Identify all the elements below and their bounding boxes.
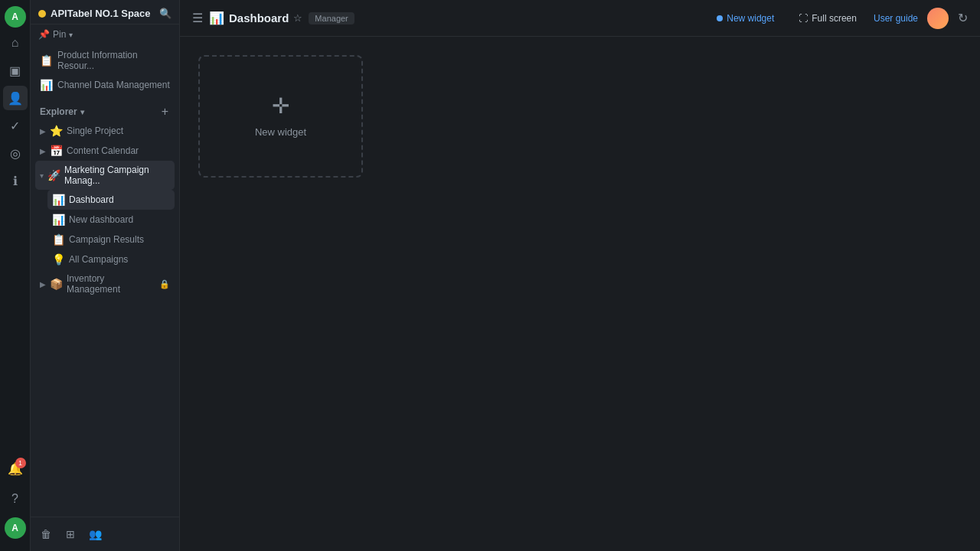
home-icon[interactable]: ⌂ [3, 31, 28, 55]
sidebar-bottom: 🗑 ⊞ 👥 [31, 517, 179, 551]
pinned-item-channel-data-icon: 📊 [40, 79, 53, 91]
explorer-chevron: ▾ [80, 108, 84, 116]
new-dashboard-icon: 📊 [52, 214, 65, 226]
trash-icon[interactable]: 🗑 [35, 523, 57, 545]
pinned-item-product-info[interactable]: 📋 Product Information Resour... [35, 46, 175, 75]
page-icon: 📊 [209, 11, 224, 25]
pin-chevron: ▾ [69, 31, 73, 39]
marketing-children: 📊 Dashboard 📊 New dashboard 📋 Campaign R… [35, 190, 175, 269]
topbar: ☰ 📊 Dashboard ☆ Manager New widget ⛶ Ful… [180, 0, 980, 37]
single-project-icon: ⭐ [50, 125, 63, 137]
bottom-icons: 🗑 ⊞ 👥 [35, 523, 106, 545]
icon-rail: A ⌂ ▣ 👤 ✓ ◎ ℹ 🔔 1 ? A [0, 0, 31, 551]
space-name-label: APITabel NO.1 Space [51, 8, 151, 19]
explorer-label: Explorer [40, 106, 77, 117]
check-icon[interactable]: ✓ [3, 113, 28, 138]
dashboard-icon: 📊 [52, 194, 65, 206]
pin-icon: 📌 [38, 29, 50, 40]
space-avatar[interactable]: A [5, 6, 26, 28]
table-icon[interactable]: ⊞ [60, 523, 81, 545]
sidebar-header: APITabel NO.1 Space 🔍 [31, 0, 179, 24]
target-icon[interactable]: ◎ [3, 141, 28, 165]
notification-icon[interactable]: 🔔 1 [3, 456, 28, 481]
collapse-sidebar-button[interactable]: ☰ [192, 11, 203, 25]
notification-badge: 1 [15, 458, 26, 468]
user-guide-link[interactable]: User guide [874, 13, 918, 24]
all-campaigns-icon: 💡 [52, 253, 65, 266]
sidebar-item-content-calendar[interactable]: ▶ 📅 Content Calendar [35, 141, 175, 161]
marketing-campaign-label: Marketing Campaign Manag... [64, 165, 170, 186]
chevron-icon: ▶ [40, 147, 46, 155]
pinned-item-product-info-icon: 📋 [40, 54, 53, 67]
space-dot [38, 10, 46, 18]
sidebar-item-single-project[interactable]: ▶ ⭐ Single Project [35, 121, 175, 141]
new-widget-dot [717, 15, 723, 21]
space-name[interactable]: APITabel NO.1 Space [38, 8, 151, 19]
inventory-label: Inventory Management [67, 273, 155, 295]
sidebar-item-inventory-management[interactable]: ▶ 📦 Inventory Management 🔒 [35, 269, 175, 298]
topbar-left: ☰ 📊 Dashboard ☆ Manager [192, 11, 354, 25]
chevron-icon: ▾ [40, 171, 44, 180]
pinned-item-channel-data-label: Channel Data Management [57, 80, 170, 90]
users-icon[interactable]: 👤 [3, 86, 28, 110]
sidebar-item-all-campaigns[interactable]: 💡 All Campaigns [47, 249, 175, 269]
page-title-area: 📊 Dashboard ☆ [209, 11, 302, 25]
plus-icon: ✛ [272, 96, 289, 117]
monitor-icon[interactable]: ▣ [3, 58, 28, 83]
sidebar-item-marketing-campaign[interactable]: ▾ 🚀 Marketing Campaign Manag... [35, 161, 175, 190]
main-content: ☰ 📊 Dashboard ☆ Manager New widget ⛶ Ful… [180, 0, 980, 551]
explorer-header-left[interactable]: Explorer ▾ [40, 106, 84, 117]
content-calendar-icon: 📅 [50, 145, 63, 157]
pinned-item-channel-data[interactable]: 📊 Channel Data Management [35, 75, 175, 95]
person-icon[interactable]: 👥 [84, 523, 106, 545]
pinned-items: 📋 Product Information Resour... 📊 Channe… [31, 44, 179, 96]
chevron-icon: ▶ [40, 280, 46, 289]
new-dashboard-label: New dashboard [69, 214, 133, 225]
new-widget-btn-label: New widget [727, 13, 774, 24]
role-badge[interactable]: Manager [309, 12, 354, 24]
single-project-label: Single Project [67, 126, 123, 136]
all-campaigns-label: All Campaigns [69, 254, 128, 265]
pinned-item-product-info-label: Product Information Resour... [57, 50, 170, 71]
search-icon[interactable]: 🔍 [159, 8, 172, 19]
fullscreen-button[interactable]: ⛶ Full screen [791, 9, 864, 28]
new-widget-button[interactable]: New widget [709, 9, 782, 28]
fullscreen-label: Full screen [812, 13, 857, 24]
lock-icon: 🔒 [159, 279, 170, 289]
dashboard-content: ✛ New widget [180, 37, 980, 551]
add-explorer-button[interactable]: + [160, 106, 170, 118]
chevron-icon: ▶ [40, 127, 46, 135]
pin-label: Pin [53, 29, 66, 40]
campaign-results-label: Campaign Results [69, 234, 144, 245]
user-avatar[interactable]: A [5, 517, 26, 539]
inventory-icon: 📦 [50, 278, 63, 290]
refresh-icon[interactable]: ↻ [958, 11, 968, 25]
sidebar-item-new-dashboard[interactable]: 📊 New dashboard [47, 210, 175, 230]
info-icon[interactable]: ℹ [3, 168, 28, 193]
new-widget-card-label: New widget [255, 126, 306, 138]
sidebar-item-dashboard[interactable]: 📊 Dashboard [47, 190, 175, 210]
content-calendar-label: Content Calendar [67, 145, 139, 156]
help-icon[interactable]: ? [3, 487, 28, 511]
fullscreen-icon: ⛶ [799, 13, 808, 24]
sidebar: APITabel NO.1 Space 🔍 📌 Pin ▾ 📋 Product … [31, 0, 180, 551]
explorer-section: Explorer ▾ + ▶ ⭐ Single Project ▶ 📅 Cont… [31, 96, 179, 300]
topbar-right: New widget ⛶ Full screen User guide ↻ [709, 8, 968, 29]
star-icon[interactable]: ☆ [293, 12, 302, 24]
page-title: Dashboard [229, 11, 289, 24]
pin-row[interactable]: 📌 Pin ▾ [31, 24, 179, 44]
dashboard-label: Dashboard [69, 194, 114, 205]
campaign-results-icon: 📋 [52, 233, 65, 246]
new-widget-card[interactable]: ✛ New widget [198, 55, 363, 178]
marketing-icon: 🚀 [47, 169, 60, 181]
sidebar-item-campaign-results[interactable]: 📋 Campaign Results [47, 230, 175, 249]
explorer-header: Explorer ▾ + [35, 103, 175, 121]
topbar-avatar[interactable] [927, 8, 949, 29]
